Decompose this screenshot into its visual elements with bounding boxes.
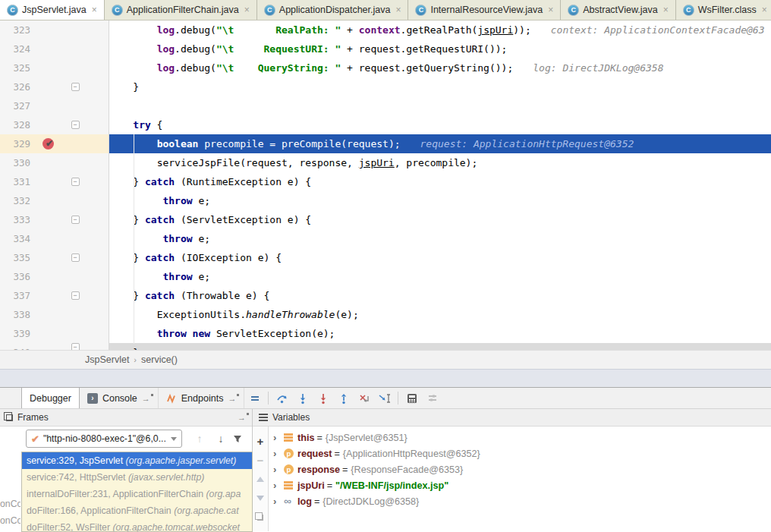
editor-tab-internalresourceview-java[interactable]: CInternalResourceView.java×	[408, 0, 561, 20]
evaluate-expression-icon[interactable]	[401, 388, 422, 408]
variable-row-response[interactable]: ›presponse={ResponseFacade@6353}	[269, 461, 771, 477]
line-number: 338	[0, 305, 33, 324]
stack-frame-item[interactable]: service:329, JspServlet (org.apache.jasp…	[22, 452, 252, 469]
class-icon: C	[264, 5, 275, 16]
editor-tab-applicationdispatcher-java[interactable]: CApplicationDispatcher.java×	[257, 0, 409, 20]
move-up-icon[interactable]	[253, 470, 268, 489]
stack-frame-item[interactable]: doFilter:52, WsFilter (org.apache.tomcat…	[22, 519, 252, 532]
fold-marker-icon[interactable]: −	[71, 121, 80, 129]
expand-chevron-icon[interactable]: ›	[273, 480, 284, 491]
step-over-icon[interactable]	[272, 388, 292, 408]
ide-window: CJspServlet.java×CApplicationFilterChain…	[0, 0, 771, 532]
expand-chevron-icon[interactable]: ›	[273, 464, 284, 475]
variable-value: {ApplicationHttpRequest@6352}	[343, 449, 480, 459]
fold-marker-icon[interactable]: −	[71, 343, 80, 350]
close-icon[interactable]: ×	[244, 5, 250, 15]
editor-tab-abstractview-java[interactable]: CAbstractView.java×	[561, 0, 675, 20]
editor-tab-jspservlet-java[interactable]: CJspServlet.java×	[0, 0, 105, 20]
next-frame-icon[interactable]: ↓	[211, 433, 231, 445]
stack-frame-item[interactable]: doFilter:166, ApplicationFilterChain (or…	[22, 502, 252, 519]
code-editor[interactable]: 323 log.debug("\t RealPath: " + context.…	[0, 20, 771, 350]
open-in-new-window-icon[interactable]: →	[238, 413, 246, 422]
add-watch-icon[interactable]: +	[253, 432, 268, 451]
stack-frame-item[interactable]: service:742, HttpServlet (javax.servlet.…	[22, 469, 252, 486]
variables-menu-icon[interactable]	[259, 414, 268, 421]
fold-marker-icon[interactable]: −	[71, 83, 80, 91]
expand-chevron-icon[interactable]: ›	[273, 496, 284, 507]
close-icon[interactable]: ×	[663, 5, 669, 15]
frame-package: (org.apache.tomcat.websocket	[112, 522, 239, 532]
thread-selector[interactable]: ✔ "http-nio-8080-exec-1"@6,0...	[26, 430, 182, 448]
duplicate-watch-icon[interactable]	[253, 508, 268, 527]
gutter: 337−	[0, 286, 109, 305]
fold-area: −	[65, 77, 85, 96]
close-icon[interactable]: ×	[548, 5, 553, 15]
gutter: 330	[0, 153, 109, 172]
fold-area	[65, 58, 85, 77]
layout-settings-icon[interactable]	[422, 388, 442, 408]
expand-chevron-icon[interactable]: ›	[273, 448, 284, 459]
fold-area	[65, 305, 85, 324]
variable-row-jspUri[interactable]: ›jspUri="/WEB-INF/jsp/index.jsp"	[269, 477, 771, 493]
fold-marker-icon[interactable]: −	[71, 216, 80, 224]
show-execution-point-icon[interactable]	[244, 388, 265, 408]
step-into-icon[interactable]	[292, 388, 313, 408]
close-icon[interactable]: ×	[395, 5, 401, 15]
variable-name: log	[297, 496, 312, 507]
gutter: 331−	[0, 172, 109, 191]
filter-icon[interactable]	[232, 433, 252, 444]
breadcrumb-separator: ›	[134, 355, 137, 364]
code-line-336: 336 throw e;	[0, 267, 771, 286]
open-in-new-window-icon[interactable]: →	[228, 394, 236, 403]
breadcrumb-item[interactable]: JspServlet	[85, 354, 129, 365]
frame-package: (org.apache.cat	[174, 505, 238, 516]
expand-chevron-icon[interactable]: ›	[273, 432, 284, 443]
breakpoint-icon[interactable]	[42, 138, 54, 150]
line-number: 323	[0, 20, 33, 39]
tool-tab-console[interactable]: ›Console→	[80, 388, 159, 408]
line-number: 334	[0, 229, 33, 248]
code-line-324: 324 log.debug("\t RequestURI: " + reques…	[0, 39, 771, 58]
previous-frame-icon[interactable]: ↑	[190, 433, 209, 445]
editor-tab-bar: CJspServlet.java×CApplicationFilterChain…	[0, 0, 771, 20]
fold-marker-icon[interactable]: −	[71, 253, 80, 262]
close-icon[interactable]: ×	[762, 5, 767, 15]
code-text: throw new ServletException(e);	[109, 324, 771, 343]
variable-name: response	[297, 464, 340, 475]
remove-watch-icon[interactable]: −	[253, 451, 268, 470]
breadcrumb: JspServlet›service()	[0, 350, 771, 369]
code-lines: 323 log.debug("\t RealPath: " + context.…	[0, 20, 771, 350]
editor-tab-label: AbstractView.java	[583, 5, 657, 15]
fold-marker-icon[interactable]: −	[71, 291, 80, 300]
editor-tab-wsfilter-class[interactable]: CWsFilter.class×	[676, 0, 771, 20]
move-down-icon[interactable]	[253, 489, 268, 508]
stack-frame-item[interactable]: internalDoFilter:231, ApplicationFilterC…	[22, 486, 252, 502]
tool-tab-endpoints[interactable]: Endpoints→	[159, 388, 245, 408]
class-icon: C	[7, 5, 18, 16]
value-icon	[284, 433, 297, 442]
chevron-down-icon	[171, 437, 177, 441]
equals-sign: =	[335, 449, 340, 459]
editor-tab-applicationfilterchain-java[interactable]: CApplicationFilterChain.java×	[105, 0, 257, 20]
editor-toolwindow-splitter[interactable]	[0, 369, 771, 387]
breadcrumb-item[interactable]: service()	[141, 354, 178, 365]
variables-panel: Variables +− ›this={JspServlet@6351}›pre…	[253, 409, 771, 531]
gutter: 324	[0, 39, 109, 58]
frame-package: (javax.servlet.http)	[128, 472, 204, 483]
fold-area: −	[65, 172, 85, 191]
editor-tab-label: InternalResourceView.java	[430, 5, 543, 15]
drop-frame-icon[interactable]	[354, 388, 374, 408]
fold-marker-icon[interactable]: −	[71, 178, 80, 186]
variable-row-this[interactable]: ›this={JspServlet@6351}	[269, 430, 771, 445]
code-text: boolean precompile = preCompile(request)…	[109, 134, 771, 153]
variable-row-request[interactable]: ›prequest={ApplicationHttpRequest@6352}	[269, 445, 771, 461]
close-icon[interactable]: ×	[92, 5, 97, 15]
force-step-into-icon[interactable]	[313, 388, 333, 408]
variable-row-log[interactable]: ›∞log={DirectJDKLog@6358}	[269, 493, 771, 509]
tool-tab-debugger[interactable]: Debugger	[21, 388, 80, 408]
clipped-frame-text: onCo	[0, 499, 20, 509]
step-out-icon[interactable]	[333, 388, 354, 408]
open-in-new-window-icon[interactable]: →	[142, 394, 150, 403]
code-line-323: 323 log.debug("\t RealPath: " + context.…	[0, 20, 771, 39]
run-to-cursor-icon[interactable]	[374, 388, 395, 408]
